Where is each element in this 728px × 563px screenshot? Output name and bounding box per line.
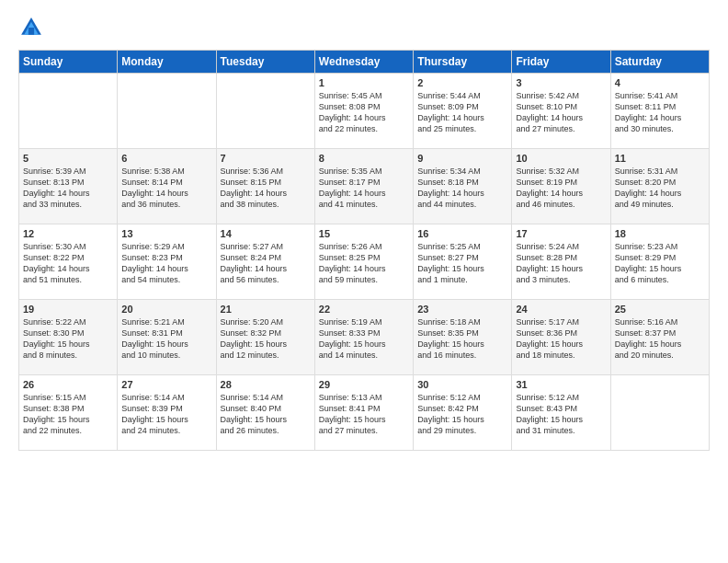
- calendar-cell: 28Sunrise: 5:14 AM Sunset: 8:40 PM Dayli…: [216, 375, 314, 451]
- day-number: 10: [516, 153, 606, 164]
- day-number: 2: [417, 77, 507, 88]
- calendar-cell: 9Sunrise: 5:34 AM Sunset: 8:18 PM Daylig…: [414, 149, 512, 224]
- calendar-cell: 14Sunrise: 5:27 AM Sunset: 8:24 PM Dayli…: [216, 224, 314, 300]
- day-info: Sunrise: 5:31 AM Sunset: 8:20 PM Dayligh…: [615, 166, 705, 211]
- weekday-header-monday: Monday: [118, 51, 216, 74]
- day-info: Sunrise: 5:22 AM Sunset: 8:30 PM Dayligh…: [23, 316, 113, 362]
- day-number: 16: [417, 228, 507, 239]
- calendar-cell: 7Sunrise: 5:36 AM Sunset: 8:15 PM Daylig…: [216, 149, 314, 224]
- day-info: Sunrise: 5:25 AM Sunset: 8:27 PM Dayligh…: [417, 241, 507, 286]
- day-info: Sunrise: 5:35 AM Sunset: 8:17 PM Dayligh…: [319, 166, 409, 211]
- day-info: Sunrise: 5:15 AM Sunset: 8:38 PM Dayligh…: [23, 392, 113, 437]
- day-number: 9: [417, 153, 507, 164]
- calendar-cell: 30Sunrise: 5:12 AM Sunset: 8:42 PM Dayli…: [414, 375, 512, 451]
- day-number: 17: [516, 228, 606, 239]
- calendar-cell: 4Sunrise: 5:41 AM Sunset: 8:11 PM Daylig…: [610, 74, 709, 149]
- calendar-body: 1Sunrise: 5:45 AM Sunset: 8:08 PM Daylig…: [19, 74, 710, 451]
- day-number: 28: [221, 379, 311, 390]
- weekday-header-tuesday: Tuesday: [216, 51, 314, 74]
- day-info: Sunrise: 5:32 AM Sunset: 8:19 PM Dayligh…: [516, 166, 606, 211]
- weekday-header-sunday: Sunday: [19, 51, 118, 74]
- day-info: Sunrise: 5:12 AM Sunset: 8:43 PM Dayligh…: [516, 392, 606, 437]
- day-number: 27: [121, 379, 211, 390]
- calendar-cell: 19Sunrise: 5:22 AM Sunset: 8:30 PM Dayli…: [19, 300, 118, 375]
- calendar-cell: 21Sunrise: 5:20 AM Sunset: 8:32 PM Dayli…: [216, 300, 314, 375]
- calendar-cell: 16Sunrise: 5:25 AM Sunset: 8:27 PM Dayli…: [414, 224, 512, 300]
- logo-icon: [18, 15, 44, 40]
- day-number: 21: [221, 304, 311, 315]
- calendar-cell: 31Sunrise: 5:12 AM Sunset: 8:43 PM Dayli…: [512, 375, 610, 451]
- calendar-cell: [216, 74, 314, 149]
- day-info: Sunrise: 5:19 AM Sunset: 8:33 PM Dayligh…: [319, 316, 409, 362]
- calendar-week-row: 12Sunrise: 5:30 AM Sunset: 8:22 PM Dayli…: [19, 224, 710, 300]
- day-info: Sunrise: 5:41 AM Sunset: 8:11 PM Dayligh…: [615, 90, 705, 135]
- day-info: Sunrise: 5:26 AM Sunset: 8:25 PM Dayligh…: [319, 241, 409, 286]
- day-info: Sunrise: 5:20 AM Sunset: 8:32 PM Dayligh…: [221, 316, 311, 362]
- day-number: 6: [121, 153, 211, 164]
- day-number: 4: [615, 77, 705, 88]
- svg-rect-2: [28, 28, 34, 35]
- calendar-cell: 6Sunrise: 5:38 AM Sunset: 8:14 PM Daylig…: [118, 149, 216, 224]
- day-number: 13: [121, 228, 211, 239]
- weekday-header-wednesday: Wednesday: [314, 51, 413, 74]
- day-info: Sunrise: 5:24 AM Sunset: 8:28 PM Dayligh…: [516, 241, 606, 286]
- weekday-row: SundayMondayTuesdayWednesdayThursdayFrid…: [19, 51, 710, 74]
- day-info: Sunrise: 5:45 AM Sunset: 8:08 PM Dayligh…: [319, 90, 409, 135]
- day-info: Sunrise: 5:29 AM Sunset: 8:23 PM Dayligh…: [121, 241, 211, 286]
- calendar-cell: 24Sunrise: 5:17 AM Sunset: 8:36 PM Dayli…: [512, 300, 610, 375]
- day-info: Sunrise: 5:39 AM Sunset: 8:13 PM Dayligh…: [23, 166, 113, 211]
- day-number: 24: [516, 304, 606, 315]
- calendar-cell: [118, 74, 216, 149]
- day-info: Sunrise: 5:14 AM Sunset: 8:39 PM Dayligh…: [121, 392, 211, 437]
- calendar-cell: 17Sunrise: 5:24 AM Sunset: 8:28 PM Dayli…: [512, 224, 610, 300]
- day-info: Sunrise: 5:18 AM Sunset: 8:35 PM Dayligh…: [417, 316, 507, 362]
- day-info: Sunrise: 5:27 AM Sunset: 8:24 PM Dayligh…: [221, 241, 311, 286]
- day-info: Sunrise: 5:16 AM Sunset: 8:37 PM Dayligh…: [615, 316, 705, 362]
- weekday-header-saturday: Saturday: [610, 51, 709, 74]
- weekday-header-friday: Friday: [512, 51, 610, 74]
- day-number: 20: [121, 304, 211, 315]
- day-number: 5: [23, 153, 113, 164]
- calendar-week-row: 5Sunrise: 5:39 AM Sunset: 8:13 PM Daylig…: [19, 149, 710, 224]
- calendar-cell: 1Sunrise: 5:45 AM Sunset: 8:08 PM Daylig…: [314, 74, 413, 149]
- day-info: Sunrise: 5:38 AM Sunset: 8:14 PM Dayligh…: [121, 166, 211, 211]
- calendar-cell: 8Sunrise: 5:35 AM Sunset: 8:17 PM Daylig…: [314, 149, 413, 224]
- day-number: 7: [221, 153, 311, 164]
- day-info: Sunrise: 5:14 AM Sunset: 8:40 PM Dayligh…: [221, 392, 311, 437]
- calendar-week-row: 26Sunrise: 5:15 AM Sunset: 8:38 PM Dayli…: [19, 375, 710, 451]
- day-number: 25: [615, 304, 705, 315]
- day-number: 30: [417, 379, 507, 390]
- calendar-cell: 3Sunrise: 5:42 AM Sunset: 8:10 PM Daylig…: [512, 74, 610, 149]
- day-info: Sunrise: 5:42 AM Sunset: 8:10 PM Dayligh…: [516, 90, 606, 135]
- day-number: 11: [615, 153, 705, 164]
- day-info: Sunrise: 5:17 AM Sunset: 8:36 PM Dayligh…: [516, 316, 606, 362]
- calendar-week-row: 1Sunrise: 5:45 AM Sunset: 8:08 PM Daylig…: [19, 74, 710, 149]
- calendar-table: SundayMondayTuesdayWednesdayThursdayFrid…: [18, 50, 710, 451]
- day-info: Sunrise: 5:23 AM Sunset: 8:29 PM Dayligh…: [615, 241, 705, 286]
- calendar-cell: 2Sunrise: 5:44 AM Sunset: 8:09 PM Daylig…: [414, 74, 512, 149]
- header: [18, 15, 710, 40]
- day-info: Sunrise: 5:36 AM Sunset: 8:15 PM Dayligh…: [221, 166, 311, 211]
- page: SundayMondayTuesdayWednesdayThursdayFrid…: [0, 0, 728, 460]
- day-number: 14: [221, 228, 311, 239]
- day-number: 15: [319, 228, 409, 239]
- day-number: 31: [516, 379, 606, 390]
- calendar-cell: 26Sunrise: 5:15 AM Sunset: 8:38 PM Dayli…: [19, 375, 118, 451]
- calendar-cell: 13Sunrise: 5:29 AM Sunset: 8:23 PM Dayli…: [118, 224, 216, 300]
- weekday-header-thursday: Thursday: [414, 51, 512, 74]
- calendar-cell: 10Sunrise: 5:32 AM Sunset: 8:19 PM Dayli…: [512, 149, 610, 224]
- calendar-cell: 27Sunrise: 5:14 AM Sunset: 8:39 PM Dayli…: [118, 375, 216, 451]
- day-number: 8: [319, 153, 409, 164]
- day-number: 23: [417, 304, 507, 315]
- day-number: 12: [23, 228, 113, 239]
- calendar-cell: [19, 74, 118, 149]
- calendar-week-row: 19Sunrise: 5:22 AM Sunset: 8:30 PM Dayli…: [19, 300, 710, 375]
- calendar-cell: 25Sunrise: 5:16 AM Sunset: 8:37 PM Dayli…: [610, 300, 709, 375]
- day-number: 29: [319, 379, 409, 390]
- day-number: 22: [319, 304, 409, 315]
- day-number: 26: [23, 379, 113, 390]
- calendar-header: SundayMondayTuesdayWednesdayThursdayFrid…: [19, 51, 710, 74]
- calendar-cell: 11Sunrise: 5:31 AM Sunset: 8:20 PM Dayli…: [610, 149, 709, 224]
- day-number: 3: [516, 77, 606, 88]
- day-info: Sunrise: 5:12 AM Sunset: 8:42 PM Dayligh…: [417, 392, 507, 437]
